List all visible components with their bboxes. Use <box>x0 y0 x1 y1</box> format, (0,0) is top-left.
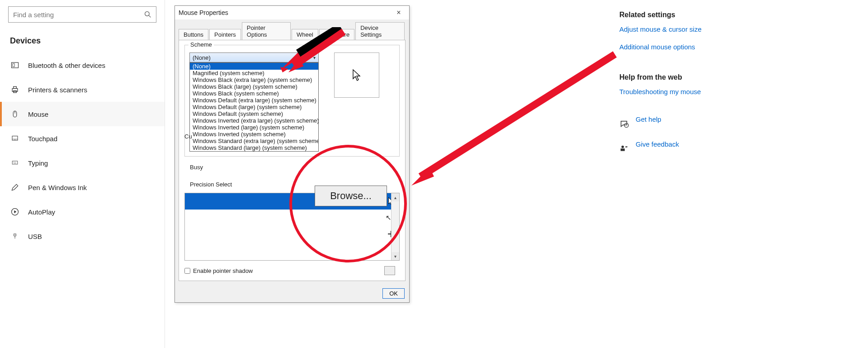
scheme-option[interactable]: (None) <box>190 63 318 70</box>
scheme-option[interactable]: Windows Inverted (system scheme) <box>190 131 318 138</box>
scheme-option[interactable]: Windows Standard (extra large) (system s… <box>190 138 318 144</box>
scheme-option[interactable]: Windows Inverted (large) (system scheme) <box>190 124 318 131</box>
sidebar-item-bluetooth[interactable]: Bluetooth & other devices <box>0 53 165 77</box>
sidebar-item-label: Printers & scanners <box>28 86 87 94</box>
dialog-tabs: ButtonsPointersPointer OptionsWheelHardw… <box>175 19 409 40</box>
get-help-link[interactable]: Get help <box>619 115 732 133</box>
list-scrollbar[interactable]: ▴ ▾ <box>391 193 399 260</box>
sidebar-item-label: Typing <box>28 159 48 167</box>
svg-rect-12 <box>12 161 18 164</box>
printer-icon <box>10 85 20 95</box>
usb-icon <box>10 231 20 241</box>
sidebar-item-autoplay[interactable]: AutoPlay <box>0 200 165 224</box>
search-icon <box>144 11 151 18</box>
tab-device-settings[interactable]: Device Settings <box>355 22 405 40</box>
scheme-option[interactable]: Windows Default (large) (system scheme) <box>190 104 318 110</box>
mouse-icon <box>10 109 20 119</box>
svg-rect-19 <box>14 234 16 236</box>
sidebar-item-keyboard[interactable]: Typing <box>0 151 165 175</box>
sidebar-item-label: AutoPlay <box>28 208 55 216</box>
svg-marker-18 <box>14 210 16 214</box>
annotation-arrow-browse <box>402 50 619 186</box>
svg-line-1 <box>149 15 151 17</box>
precision-select-label: Precision Select <box>190 181 232 188</box>
help-from-web-heading: Help from the web <box>619 73 732 81</box>
ok-button[interactable]: OK <box>382 288 405 299</box>
pen-icon <box>10 182 20 192</box>
cursor-preview-box <box>334 52 379 98</box>
autoplay-icon <box>10 207 20 217</box>
sidebar-item-label: Touchpad <box>28 135 57 143</box>
link-adjust-mouse-cursor-size[interactable]: Adjust mouse & cursor size <box>619 25 732 33</box>
mouse-properties-dialog: Mouse Properties × ButtonsPointersPointe… <box>175 5 410 303</box>
sidebar-item-label: Pen & Windows Ink <box>28 184 87 191</box>
give-feedback-link[interactable]: Give feedback <box>619 140 732 158</box>
scheme-option[interactable]: Windows Black (large) (system scheme) <box>190 83 318 90</box>
sidebar-item-pen[interactable]: Pen & Windows Ink <box>0 175 165 200</box>
enable-pointer-shadow-label: Enable pointer shadow <box>193 267 253 274</box>
keyboard-icon <box>10 158 20 168</box>
enable-pointer-shadow-checkbox[interactable] <box>184 268 190 274</box>
pointers-tab-body: Scheme (None) ▾ (None)Magnified (system … <box>179 40 406 281</box>
related-settings-heading: Related settings <box>619 11 732 19</box>
scheme-option[interactable]: Windows Default (extra large) (system sc… <box>190 97 318 104</box>
get-help-label[interactable]: Get help <box>636 115 661 123</box>
svg-rect-4 <box>12 89 18 92</box>
chat-icon <box>619 119 629 129</box>
scheme-selected-value: (None) <box>193 54 211 61</box>
sidebar-item-mouse[interactable]: Mouse <box>0 102 165 126</box>
tab-pointer-options[interactable]: Pointer Options <box>242 22 291 40</box>
tab-pointers[interactable]: Pointers <box>209 29 241 40</box>
sidebar-item-touchpad[interactable]: Touchpad <box>0 126 165 151</box>
scroll-down-icon[interactable]: ▾ <box>392 252 399 260</box>
tab-hardware[interactable]: Hardware <box>319 29 354 40</box>
scheme-option[interactable]: Windows Inverted (extra large) (system s… <box>190 117 318 124</box>
sidebar-heading: Devices <box>0 27 165 53</box>
search-input[interactable] <box>13 11 144 19</box>
svg-rect-25 <box>621 148 625 151</box>
svg-rect-3 <box>13 64 14 67</box>
svg-marker-30 <box>411 167 434 186</box>
related-settings-column: Related settings Adjust mouse & cursor s… <box>619 6 732 165</box>
find-setting-search[interactable] <box>8 6 156 23</box>
bluetooth-icon <box>10 60 20 70</box>
cursor-arrow-icon <box>352 69 362 81</box>
scheme-option[interactable]: Windows Standard (large) (system scheme) <box>190 144 318 151</box>
scroll-up-icon[interactable]: ▴ <box>392 193 399 201</box>
svg-point-24 <box>622 145 624 148</box>
svg-point-23 <box>624 123 628 127</box>
scheme-fieldset: Scheme (None) ▾ (None)Magnified (system … <box>184 45 400 157</box>
settings-sidebar: Devices Bluetooth & other devicesPrinter… <box>0 0 165 348</box>
tab-wheel[interactable]: Wheel <box>292 29 318 40</box>
sidebar-item-label: USB <box>28 233 42 240</box>
touchpad-icon <box>10 133 20 143</box>
svg-rect-5 <box>14 86 17 88</box>
customize-label-fragment: Cu <box>184 133 192 140</box>
use-default-button-fragment[interactable] <box>384 266 395 275</box>
scheme-dropdown-list[interactable]: (None)Magnified (system scheme)Windows B… <box>189 62 319 152</box>
scheme-legend: Scheme <box>189 41 214 48</box>
sidebar-nav: Bluetooth & other devicesPrinters & scan… <box>0 53 165 248</box>
browse-button[interactable]: Browse... <box>315 186 387 206</box>
scheme-option[interactable]: Windows Default (system scheme) <box>190 110 318 117</box>
tab-buttons[interactable]: Buttons <box>179 29 208 40</box>
scheme-option[interactable]: Windows Black (extra large) (system sche… <box>190 76 318 83</box>
link-additional-mouse-options[interactable]: Additional mouse options <box>619 43 732 51</box>
dialog-close-button[interactable]: × <box>392 7 406 18</box>
scheme-option[interactable]: Windows Black (system scheme) <box>190 90 318 97</box>
svg-point-0 <box>145 12 150 16</box>
cursor-list-row[interactable]: ↖? <box>185 210 399 226</box>
sidebar-item-usb[interactable]: USB <box>0 224 165 248</box>
busy-label: Busy <box>190 164 203 171</box>
sidebar-item-label: Bluetooth & other devices <box>28 62 105 69</box>
cursor-list-row[interactable]: + <box>185 226 399 242</box>
feedback-icon <box>619 144 629 154</box>
dialog-title: Mouse Properties <box>179 9 228 16</box>
link-troubleshooting-mouse[interactable]: Troubleshooting my mouse <box>619 88 732 95</box>
chevron-down-icon: ▾ <box>313 55 316 60</box>
give-feedback-label[interactable]: Give feedback <box>636 140 679 148</box>
scheme-dropdown[interactable]: (None) ▾ <box>189 52 319 62</box>
scheme-option[interactable]: Magnified (system scheme) <box>190 70 318 76</box>
sidebar-item-label: Mouse <box>28 110 48 118</box>
sidebar-item-printer[interactable]: Printers & scanners <box>0 77 165 102</box>
